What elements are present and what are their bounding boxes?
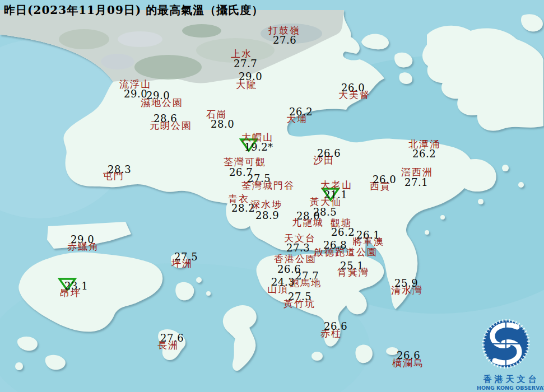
station-value: 29.0 [71,235,94,245]
station-value: 27.6 [160,333,184,343]
logo-chinese-text: 香港天文台 [480,374,543,385]
station-name: 深水埗 [250,200,282,209]
station-value: 23.1 [64,281,88,291]
station-value: 26.2 [331,227,355,237]
station-value: 27.7 [234,59,257,69]
station-value: 28.3 [108,165,131,175]
stations-layer: 打鼓嶺27.6上水27.7大隴29.0大美督26.0流浮山29.0濕地公園29.… [0,0,544,392]
station-value: 26.2 [412,149,436,159]
station-name: 香港公園 [274,254,317,264]
station-value: 26.6 [317,148,341,158]
station-name: 荃灣可觀 [224,157,266,167]
station-value: 28.6 [154,114,177,124]
station-value: 29.0 [146,91,170,101]
station-value: 28.0 [211,119,234,129]
station-value: 27.5 [288,292,311,302]
station-value: 29.0 [239,72,262,82]
station-value: 27.5 [174,252,198,262]
station-name: 黃大仙 [310,197,342,207]
station-name: 滘西洲 [401,167,433,177]
station-value: 27.3 [286,243,310,253]
station-value: 28.9 [255,211,279,221]
station-value: 27.1 [404,178,428,188]
station-value: 25.9 [394,278,418,288]
station-value: 26.1 [356,230,380,240]
weather-map: 昨日(2023年11月09日) 的最高氣溫（攝氏度） 打鼓嶺27.6上水27.7… [0,0,544,392]
station-value: 27.6 [273,35,296,45]
station-value: 26.8 [323,240,347,250]
station-value: 24.3 [271,277,295,287]
hko-logo: 香港天文台 HONG KONG OBSERVATORY [477,319,543,391]
station-value: 26.0 [373,175,396,185]
station-value: 26.0 [341,83,365,93]
station-value: 27.7 [295,271,319,281]
observatory-logo-icon [477,319,543,372]
logo-english-text: HONG KONG OBSERVATORY [477,385,543,391]
station-value: 26.2 [289,107,313,117]
station-value: 19.2* [244,142,273,152]
station-value: 26.6 [324,321,347,332]
station-value: 28.0 [296,211,320,221]
station-value: 26.6 [397,351,420,361]
station-value: 27.5 [247,174,271,184]
station-value: 25.1 [340,261,364,271]
